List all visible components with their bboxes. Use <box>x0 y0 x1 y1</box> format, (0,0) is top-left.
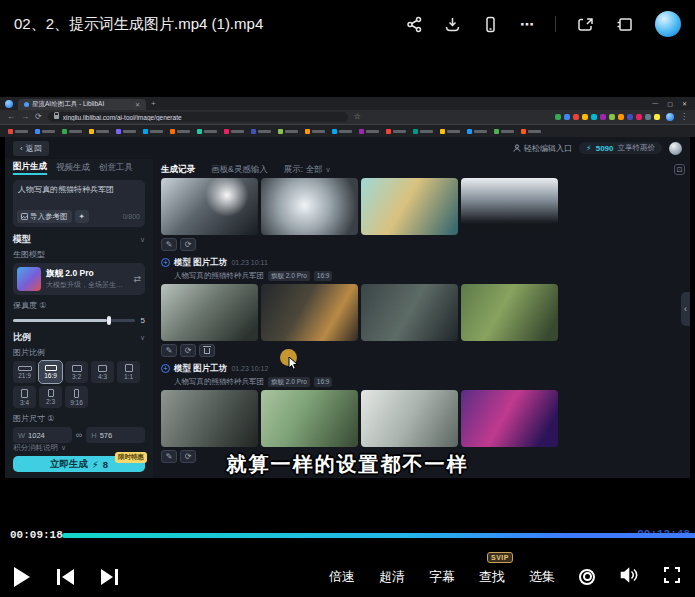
browser-reload-icon[interactable]: ⟳ <box>35 113 42 121</box>
plus-icon[interactable]: + <box>161 258 170 267</box>
browser-profile-icon[interactable] <box>5 100 13 108</box>
window-close-icon[interactable]: ✕ <box>682 100 687 107</box>
subtitles-button[interactable]: 字幕 <box>429 568 455 586</box>
generated-image[interactable] <box>461 390 558 447</box>
extension-icon[interactable] <box>618 114 624 120</box>
fidelity-slider[interactable] <box>13 319 135 322</box>
bookmark-item[interactable] <box>170 129 190 134</box>
magic-prompt-button[interactable]: ✦ <box>75 210 89 224</box>
generated-image[interactable] <box>461 178 558 235</box>
fullscreen-icon[interactable] <box>663 566 681 588</box>
generated-image[interactable] <box>261 284 358 341</box>
generated-image[interactable] <box>461 284 558 341</box>
browser-menu-icon[interactable]: ⋮ <box>680 113 688 121</box>
import-reference-button[interactable]: 导入参考图 <box>17 210 72 224</box>
user-avatar[interactable] <box>655 11 681 37</box>
generated-image[interactable] <box>361 390 458 447</box>
generated-image[interactable] <box>161 284 258 341</box>
browser-tab[interactable]: 星流AI绘图工具 - LiblibAI ✕ <box>18 99 146 110</box>
bookmark-item[interactable] <box>143 129 163 134</box>
tab-close-icon[interactable]: ✕ <box>135 101 140 108</box>
bookmark-item[interactable] <box>116 129 136 134</box>
volume-icon[interactable] <box>619 566 639 588</box>
window-minimize-icon[interactable]: — <box>652 100 658 107</box>
bookmark-item[interactable] <box>440 129 460 134</box>
chevron-down-icon[interactable]: ∨ <box>140 334 145 342</box>
extension-icon[interactable] <box>645 114 651 120</box>
bookmark-item[interactable] <box>359 129 379 134</box>
regenerate-icon[interactable]: ⟳ <box>180 344 196 357</box>
expand-panel-icon[interactable]: ⊡ <box>674 164 685 175</box>
swap-model-icon[interactable]: ⇄ <box>133 274 141 284</box>
bookmark-item[interactable] <box>35 129 55 134</box>
bookmark-item[interactable] <box>413 129 433 134</box>
share-icon[interactable] <box>406 16 423 33</box>
regenerate-icon[interactable]: ⟳ <box>180 238 196 251</box>
bookmark-item[interactable] <box>197 129 217 134</box>
ratio-option-16-9[interactable]: 16:9 <box>39 361 62 383</box>
tab-creative-tools[interactable]: 创意工具 <box>99 162 133 174</box>
link-dimensions-icon[interactable]: ∞ <box>76 430 82 440</box>
extension-icon[interactable] <box>636 114 642 120</box>
ratio-option-2-3[interactable]: 2:3 <box>39 386 62 408</box>
extension-icon[interactable] <box>609 114 615 120</box>
prompt-input[interactable]: 人物写真的熊猫特种兵军团 导入参考图 ✦ 0/800 <box>13 180 145 227</box>
task-entry-link[interactable]: 轻松编辑入口 <box>513 143 572 154</box>
episodes-button[interactable]: 选集 <box>529 568 555 586</box>
new-tab-button[interactable]: + <box>151 100 156 108</box>
download-icon[interactable] <box>444 16 461 33</box>
snip-icon[interactable] <box>577 16 595 33</box>
plus-icon[interactable]: + <box>161 364 170 373</box>
play-button[interactable] <box>14 567 30 587</box>
window-maximize-icon[interactable]: ▢ <box>667 100 673 107</box>
extension-icon[interactable] <box>573 114 579 120</box>
extension-icon[interactable] <box>564 114 570 120</box>
progress-bar[interactable] <box>62 533 695 538</box>
url-field[interactable]: xingliu.liblibai.com/ai-tool/image/gener… <box>48 112 348 122</box>
bookmark-item[interactable] <box>467 129 487 134</box>
ratio-option-4-3[interactable]: 4:3 <box>91 361 114 383</box>
tab-canvas-input[interactable]: 画板&灵感输入 <box>211 164 268 176</box>
bookmark-item[interactable] <box>89 129 109 134</box>
generated-image[interactable] <box>261 390 358 447</box>
disc-icon[interactable] <box>579 569 595 585</box>
generated-image[interactable] <box>261 178 358 235</box>
browser-back-icon[interactable]: ← <box>7 113 15 121</box>
height-field[interactable]: H 576 <box>86 427 145 443</box>
dock-window-icon[interactable] <box>616 16 634 33</box>
browser-forward-icon[interactable]: → <box>21 113 29 121</box>
bookmark-item[interactable] <box>332 129 352 134</box>
extension-icon[interactable] <box>591 114 597 120</box>
extension-icon[interactable] <box>555 114 561 120</box>
ratio-option-21-9[interactable]: 21:9 <box>13 361 36 383</box>
edit-icon[interactable]: ✎ <box>161 344 177 357</box>
bookmark-star-icon[interactable]: ☆ <box>354 113 361 121</box>
video-frame[interactable]: 星流AI绘图工具 - LiblibAI ✕ + — ▢ ✕ ← → ⟳ xing… <box>0 48 695 530</box>
bookmark-item[interactable] <box>494 129 514 134</box>
previous-button[interactable] <box>57 569 74 585</box>
ratio-option-9-16[interactable]: 9:16 <box>65 386 88 408</box>
display-filter[interactable]: 展示: 全部 ∨ <box>284 164 331 176</box>
extension-icon[interactable] <box>582 114 588 120</box>
generated-image[interactable] <box>161 390 258 447</box>
credits-pill[interactable]: ⚡ 5090 立享特惠价 <box>579 142 662 154</box>
playback-speed-button[interactable]: 倍速 <box>329 568 355 586</box>
delete-icon[interactable] <box>199 344 215 357</box>
edit-icon[interactable]: ✎ <box>161 238 177 251</box>
model-card[interactable]: 旗舰 2.0 Pro 大模型升级，全场景生图出片质感拉满… ⇄ <box>13 263 145 295</box>
back-button[interactable]: ‹ 返回 <box>13 141 49 156</box>
tab-image-generation[interactable]: 图片生成 <box>13 161 47 175</box>
find-button[interactable]: 查找 <box>479 569 505 584</box>
extension-icon[interactable] <box>654 114 660 120</box>
browser-avatar[interactable] <box>666 113 674 121</box>
collapse-panel-handle[interactable]: ‹ <box>681 292 690 326</box>
generated-image[interactable] <box>161 178 258 235</box>
bookmark-item[interactable] <box>224 129 244 134</box>
bookmark-item[interactable] <box>305 129 325 134</box>
chevron-down-icon[interactable]: ∨ <box>140 236 145 244</box>
ratio-option-3-2[interactable]: 3:2 <box>65 361 88 383</box>
bookmark-item[interactable] <box>521 129 541 134</box>
extension-icon[interactable] <box>627 114 633 120</box>
app-user-avatar[interactable] <box>669 142 682 155</box>
ratio-option-1-1[interactable]: 1:1 <box>117 361 140 383</box>
